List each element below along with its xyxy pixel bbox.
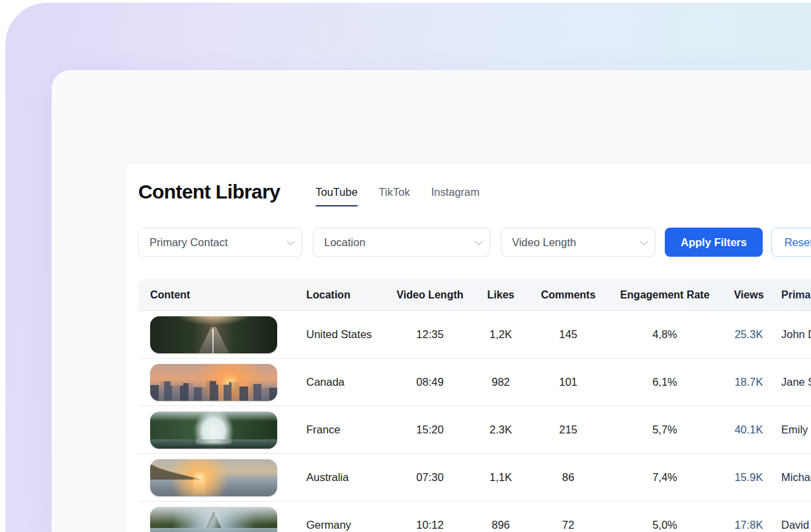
chevron-down-icon (474, 237, 483, 245)
table-row[interactable]: United States 12:35 1,2K 145 4,8% 25.3K … (138, 311, 811, 359)
location-dropdown-label: Location (324, 236, 365, 249)
app-card: Content Library TouTube TikTok Instagram… (52, 70, 811, 532)
tab-youtube[interactable]: TouTube (316, 186, 358, 206)
video-thumbnail[interactable] (150, 364, 277, 401)
engagement-rate-cell: 7,4% (604, 471, 726, 484)
views-cell: 25.3K (726, 328, 772, 341)
location-cell: Germany (306, 519, 391, 531)
table-header-row: Content Location Video Length Likes Comm… (138, 279, 811, 311)
location-cell: Australia (306, 471, 391, 484)
location-cell: United States (306, 328, 391, 341)
likes-cell: 2.3K (469, 423, 533, 436)
comments-cell: 101 (533, 376, 604, 388)
engagement-rate-cell: 4,8% (604, 328, 726, 341)
comments-cell: 145 (533, 328, 604, 341)
location-dropdown[interactable]: Location (313, 228, 490, 257)
views-cell: 18.7K (726, 376, 772, 388)
video-length-cell: 15:20 (391, 423, 469, 436)
column-header-video-length: Video Length (391, 289, 469, 301)
content-table: Content Location Video Length Likes Comm… (138, 279, 811, 532)
video-thumbnail[interactable] (150, 412, 277, 449)
column-header-content: Content (138, 289, 306, 301)
primary-contact-dropdown-label: Primary Contact (149, 236, 228, 249)
video-length-cell: 07:30 (391, 471, 469, 484)
column-header-engagement-rate: Engagement Rate (604, 289, 726, 301)
primary-contact-cell: Jane Smith (772, 376, 811, 388)
engagement-rate-cell: 5,0% (604, 519, 726, 531)
platform-tabs: TouTube TikTok Instagram (316, 186, 480, 206)
primary-contact-cell: Michael Brown (772, 471, 811, 484)
views-cell: 40.1K (726, 423, 772, 436)
column-header-location: Location (306, 289, 391, 301)
table-row[interactable]: France 15:20 2.3K 215 5,7% 40.1K Emily J… (138, 406, 811, 454)
content-panel: Content Library TouTube TikTok Instagram… (124, 163, 811, 532)
video-length-cell: 12:35 (391, 328, 469, 341)
likes-cell: 1,2K (469, 328, 533, 341)
video-length-cell: 08:49 (391, 376, 469, 388)
views-cell: 15.9K (726, 471, 772, 484)
primary-contact-cell: David Wilson (772, 519, 811, 531)
engagement-rate-cell: 5,7% (604, 423, 726, 436)
primary-contact-dropdown[interactable]: Primary Contact (138, 228, 302, 257)
chevron-down-icon (286, 237, 295, 245)
video-length-dropdown-label: Video Length (512, 236, 576, 249)
tab-tiktok[interactable]: TikTok (379, 186, 410, 206)
likes-cell: 982 (469, 376, 533, 388)
comments-cell: 215 (533, 423, 604, 436)
column-header-primary-contact: Primary Contact (772, 289, 811, 301)
page-title: Content Library (138, 181, 280, 203)
video-thumbnail[interactable] (150, 459, 277, 496)
comments-cell: 72 (533, 519, 604, 531)
column-header-views: Views (726, 289, 772, 301)
primary-contact-cell: John Doe (772, 328, 811, 341)
video-thumbnail[interactable] (150, 507, 277, 532)
column-header-likes: Likes (469, 289, 533, 301)
tab-instagram[interactable]: Instagram (431, 186, 480, 206)
chevron-down-icon (640, 237, 648, 245)
table-row[interactable]: Australia 07:30 1,1K 86 7,4% 15.9K Micha… (138, 454, 811, 502)
column-header-comments: Comments (533, 289, 604, 301)
apply-filters-button[interactable]: Apply Filters (665, 228, 763, 257)
video-length-dropdown[interactable]: Video Length (501, 228, 656, 257)
filter-bar: Primary Contact Location Video Length Ap… (138, 228, 811, 257)
video-length-cell: 10:12 (391, 519, 469, 531)
location-cell: France (306, 423, 391, 436)
table-row[interactable]: Germany 10:12 896 72 5,0% 17:8K David Wi… (138, 502, 811, 532)
reset-filters-button[interactable]: Reset Fiiters (771, 228, 811, 257)
comments-cell: 86 (533, 471, 604, 484)
table-row[interactable]: Canada 08:49 982 101 6,1% 18.7K Jane Smi… (138, 359, 811, 406)
primary-contact-cell: Emily Johnson (772, 423, 811, 436)
engagement-rate-cell: 6,1% (604, 376, 726, 388)
likes-cell: 896 (469, 519, 533, 531)
likes-cell: 1,1K (469, 471, 533, 484)
location-cell: Canada (306, 376, 391, 388)
video-thumbnail[interactable] (150, 316, 277, 353)
views-cell: 17:8K (726, 519, 772, 531)
